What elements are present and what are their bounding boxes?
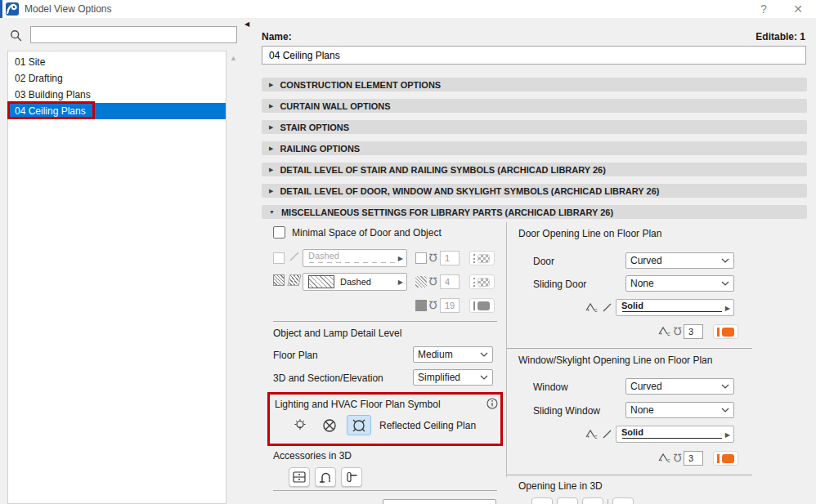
divider xyxy=(273,321,497,322)
reflected-ceiling-symbol-button[interactable] xyxy=(347,415,371,435)
pen-color-chip xyxy=(477,278,490,287)
window-pen-field[interactable]: 3 xyxy=(684,451,703,466)
list-item[interactable]: 02 Drafting xyxy=(8,70,226,87)
chevron-down-icon xyxy=(480,375,488,380)
chevron-down-icon: ▼ xyxy=(269,209,275,215)
section-elevation-label: 3D and Section/Elevation xyxy=(273,372,383,384)
minimal-space-checkbox[interactable] xyxy=(273,226,285,239)
pen-line-preview xyxy=(473,254,475,263)
floor-plan-label: Floor Plan xyxy=(273,350,318,361)
minimal-space-fill-dropdown[interactable]: Dashed ▶ xyxy=(303,273,407,291)
line-icon xyxy=(289,251,300,265)
pen-icon: ℧ xyxy=(674,453,682,464)
chevron-right-icon: ▶ xyxy=(269,166,273,172)
circle-x-symbol-button[interactable] xyxy=(317,415,342,435)
pen-icon: ℧ xyxy=(429,252,437,264)
section-detail-level-door-window[interactable]: ▶DETAIL LEVEL OF DOOR, WINDOW AND SKYLIG… xyxy=(262,184,807,198)
pen-icon: ℧ xyxy=(429,276,437,288)
editable-count: Editable: 1 xyxy=(755,31,805,42)
opening-line-3d-button[interactable] xyxy=(557,497,578,504)
door-linetype-dropdown[interactable]: Solid ▶ xyxy=(616,299,734,316)
opening-line-3d-button[interactable] xyxy=(582,497,603,504)
search-input[interactable] xyxy=(30,26,237,43)
arc-icon: c xyxy=(658,451,672,466)
help-button[interactable]: ? xyxy=(754,2,773,16)
window-select[interactable]: Curved xyxy=(625,378,734,395)
section-curtain-wall-options[interactable]: ▶CURTAIN WALL OPTIONS xyxy=(262,99,807,113)
accessories-label: Accessories in 3D xyxy=(273,450,352,462)
faucet-accessory-button[interactable] xyxy=(315,467,336,487)
hatch-preview-chip xyxy=(308,275,334,288)
list-item[interactable]: 01 Site xyxy=(8,54,226,70)
collapse-panel-arrow-icon[interactable]: ◀ xyxy=(244,20,249,28)
line-icon xyxy=(602,428,612,442)
window-linetype-dropdown[interactable]: Solid ▶ xyxy=(616,426,734,443)
flyout-arrow-icon: ▶ xyxy=(398,255,403,262)
pen-color-chip xyxy=(477,254,490,263)
door-select[interactable]: Curved xyxy=(625,252,734,269)
section-elevation-select[interactable]: Simplified xyxy=(413,369,493,386)
window-pen-color-button[interactable] xyxy=(713,451,738,466)
chevron-down-icon xyxy=(721,258,729,263)
minimal-space-linetype-dropdown[interactable]: Dashed ▶ xyxy=(303,249,407,267)
line-icon xyxy=(602,301,612,315)
reflected-ceiling-label: Reflected Ceiling Plan xyxy=(379,420,476,431)
arc-icon: c xyxy=(585,428,600,442)
pen-number-field[interactable]: 4 xyxy=(440,274,460,289)
window-label: Window xyxy=(533,381,568,393)
archicad-logo-icon xyxy=(6,2,19,16)
pen-color-chip xyxy=(722,328,734,337)
section-miscellaneous-settings[interactable]: ▼MISCELLANEOUS SETTINGS FOR LIBRARY PART… xyxy=(262,205,807,219)
fill-hatch-icon xyxy=(273,274,285,286)
cabinet-accessory-button[interactable] xyxy=(289,467,310,487)
pen-line-preview xyxy=(717,328,720,337)
divider xyxy=(507,475,752,475)
pen-line-preview xyxy=(473,301,475,310)
lamp-symbol-button[interactable] xyxy=(288,415,312,435)
scrollbar-up-icon[interactable]: ▲ xyxy=(230,54,237,62)
arc-icon: c xyxy=(658,324,672,339)
name-label: Name: xyxy=(262,31,292,42)
divider xyxy=(273,490,497,491)
door-pen-field[interactable]: 3 xyxy=(684,324,703,339)
door-opening-group-label: Door Opening Line on Floor Plan xyxy=(518,228,661,239)
section-detail-level-stair-railing[interactable]: ▶DETAIL LEVEL OF STAIR AND RAILING SYMBO… xyxy=(262,163,807,176)
floor-plan-select[interactable]: Medium xyxy=(413,346,493,363)
pen-color-button[interactable] xyxy=(469,298,495,313)
lighting-hvac-label: Lighting and HVAC Floor Plan Symbol xyxy=(275,399,441,410)
combination-list[interactable]: 01 Site 02 Drafting 03 Building Plans 04… xyxy=(7,51,226,504)
cutoff-dropdown[interactable] xyxy=(383,499,496,504)
pen-number-field[interactable]: 1 xyxy=(440,251,460,265)
section-construction-element-options[interactable]: ▶CONSTRUCTION ELEMENT OPTIONS xyxy=(262,78,807,91)
sliding-window-select[interactable]: None xyxy=(625,402,734,418)
pen-line-preview xyxy=(717,454,720,463)
pen-color-button[interactable] xyxy=(469,251,495,265)
info-icon[interactable] xyxy=(486,398,498,412)
chevron-right-icon: ▶ xyxy=(269,102,273,109)
chevron-right-icon: ▶ xyxy=(269,187,273,194)
list-item-selected[interactable]: 04 Ceiling Plans xyxy=(8,103,226,119)
pen-number-field[interactable]: 19 xyxy=(440,298,460,313)
pen-color-button[interactable] xyxy=(469,274,495,289)
list-item[interactable]: 03 Building Plans xyxy=(8,87,226,103)
opening-line-3d-button[interactable] xyxy=(612,497,634,504)
pen-icon: ℧ xyxy=(429,300,437,311)
name-field[interactable] xyxy=(262,46,806,65)
sliding-door-select[interactable]: None xyxy=(625,275,734,292)
section-railing-options[interactable]: ▶RAILING OPTIONS xyxy=(262,141,807,155)
svg-text:c: c xyxy=(594,307,598,313)
opening-line-3d-button[interactable] xyxy=(531,497,553,504)
chevron-down-icon xyxy=(721,384,729,389)
fill-solid-icon xyxy=(415,300,427,311)
svg-text:c: c xyxy=(594,434,598,439)
chevron-down-icon xyxy=(721,408,729,413)
arc-icon: c xyxy=(585,301,600,315)
door-pen-color-button[interactable] xyxy=(713,324,738,339)
close-button[interactable]: ✕ xyxy=(788,2,808,16)
door-handle-accessory-button[interactable] xyxy=(341,467,362,487)
section-stair-options[interactable]: ▶STAIR OPTIONS xyxy=(262,120,807,134)
minimal-space-label: Minimal Space of Door and Object xyxy=(292,227,442,239)
divider xyxy=(507,348,752,349)
opening-line-3d-label: Opening Line in 3D xyxy=(518,480,603,492)
flyout-arrow-icon: ▶ xyxy=(725,304,730,311)
